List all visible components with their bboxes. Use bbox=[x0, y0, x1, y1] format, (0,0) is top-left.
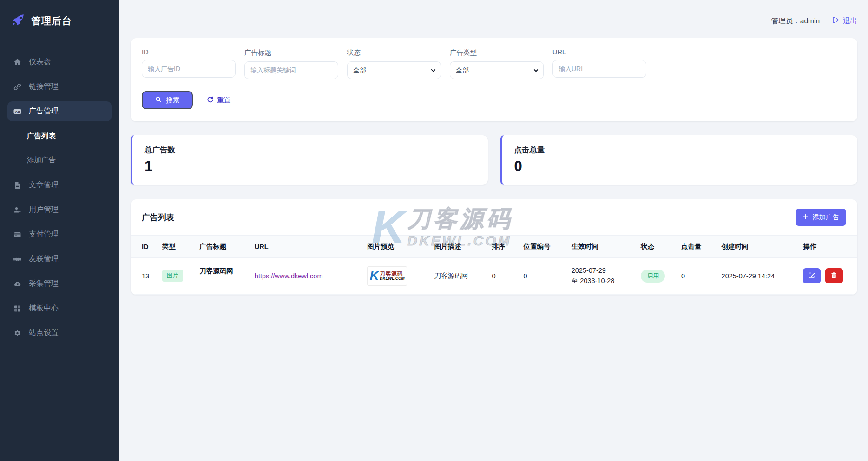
col-header: ID bbox=[131, 236, 157, 258]
filter-actions: 搜索 重置 bbox=[142, 91, 846, 109]
row-actions bbox=[803, 268, 852, 283]
ad-table: ID 类型 广告标题 URL 图片预览 图片描述 排序 位置编号 生效时间 状态… bbox=[131, 235, 857, 295]
template-grid-icon bbox=[13, 304, 22, 312]
filter-field-title: 广告标题 bbox=[244, 48, 338, 79]
sidebar-item-links[interactable]: 链接管理 bbox=[7, 77, 112, 97]
col-header: 创建时间 bbox=[716, 236, 797, 258]
cell-ad-title-sub: ... bbox=[199, 278, 243, 285]
sidebar-menu: 仪表盘 链接管理 Ad 广告管理 广告列表 添加广告 文章管理 bbox=[0, 52, 119, 343]
table-header-row: ID 类型 广告标题 URL 图片预览 图片描述 排序 位置编号 生效时间 状态… bbox=[131, 236, 857, 258]
handshake-icon bbox=[13, 255, 22, 263]
sidebar-item-users[interactable]: 用户管理 bbox=[7, 200, 112, 220]
sidebar-item-settings[interactable]: 站点设置 bbox=[7, 323, 112, 343]
sidebar-item-ads[interactable]: Ad 广告管理 bbox=[7, 101, 112, 121]
col-header: 状态 bbox=[635, 236, 676, 258]
search-icon bbox=[155, 96, 162, 104]
stat-title: 点击总量 bbox=[514, 145, 846, 155]
col-header: URL bbox=[249, 236, 362, 258]
cell-clicks: 0 bbox=[676, 258, 716, 295]
sidebar-item-label: 文章管理 bbox=[29, 180, 59, 190]
gear-icon bbox=[13, 329, 22, 337]
home-icon bbox=[13, 58, 22, 66]
sidebar-item-templates[interactable]: 模板中心 bbox=[7, 298, 112, 318]
status-badge: 启用 bbox=[641, 270, 665, 283]
filter-field-type: 广告类型 全部 bbox=[450, 48, 544, 79]
reset-label: 重置 bbox=[217, 96, 230, 105]
type-label: 广告类型 bbox=[450, 48, 544, 57]
type-badge: 图片 bbox=[162, 270, 183, 282]
sidebar-item-friend-links[interactable]: 友联管理 bbox=[7, 249, 112, 269]
sidebar-item-label: 支付管理 bbox=[29, 230, 59, 239]
url-input[interactable] bbox=[552, 60, 646, 78]
sidebar-subitem-add-ad[interactable]: 添加广告 bbox=[7, 151, 112, 169]
table-row: 13 图片 刀客源码网 ... https://www.dkewl.com K … bbox=[131, 258, 857, 295]
sidebar-subitem-label: 广告列表 bbox=[27, 132, 56, 140]
stats-row: 总广告数 1 点击总量 0 bbox=[131, 135, 857, 185]
logout-label: 退出 bbox=[843, 16, 857, 26]
sidebar-subitem-ad-list[interactable]: 广告列表 bbox=[7, 128, 112, 145]
link-icon bbox=[13, 83, 22, 91]
add-ad-button[interactable]: 添加广告 bbox=[796, 209, 846, 226]
cloud-download-icon bbox=[13, 280, 22, 288]
cell-id: 13 bbox=[131, 258, 157, 295]
reset-button[interactable]: 重置 bbox=[207, 96, 230, 105]
ad-preview-image[interactable]: K 刀客源码 DKEWL.COM bbox=[367, 266, 407, 286]
stat-title: 总广告数 bbox=[145, 145, 476, 155]
delete-button[interactable] bbox=[825, 268, 843, 283]
sidebar-item-label: 仪表盘 bbox=[29, 57, 51, 67]
stat-value: 0 bbox=[514, 159, 846, 173]
reset-icon bbox=[207, 96, 214, 105]
logout-button[interactable]: 退出 bbox=[832, 16, 857, 26]
table-title: 广告列表 bbox=[142, 212, 174, 223]
sidebar-item-label: 友联管理 bbox=[29, 254, 59, 264]
edit-button[interactable] bbox=[803, 268, 821, 283]
app-logo: 管理后台 bbox=[0, 0, 119, 34]
type-select[interactable]: 全部 bbox=[450, 61, 544, 79]
main-content: 管理员：admin 退出 ID 广告标题 状态 全部 bbox=[119, 0, 868, 461]
title-input[interactable] bbox=[244, 61, 338, 79]
status-label: 状态 bbox=[347, 48, 441, 57]
payment-icon bbox=[13, 230, 22, 238]
effective-to: 至 2033-10-28 bbox=[572, 276, 630, 286]
col-header: 生效时间 bbox=[566, 236, 636, 258]
sidebar-item-label: 链接管理 bbox=[29, 82, 59, 92]
table-header-bar: 广告列表 添加广告 bbox=[131, 199, 857, 235]
users-icon bbox=[13, 206, 22, 214]
col-header: 点击量 bbox=[676, 236, 716, 258]
col-header: 广告标题 bbox=[194, 236, 249, 258]
cell-sort: 0 bbox=[486, 258, 518, 295]
search-button[interactable]: 搜索 bbox=[142, 91, 193, 109]
col-header: 类型 bbox=[157, 236, 194, 258]
cell-ad-title: 刀客源码网 bbox=[199, 267, 243, 276]
ad-list-card: 广告列表 添加广告 ID 类型 广告标题 URL 图片预览 bbox=[131, 199, 857, 295]
id-label: ID bbox=[142, 48, 236, 56]
id-input[interactable] bbox=[142, 60, 236, 78]
sidebar-item-collection[interactable]: 采集管理 bbox=[7, 274, 112, 294]
plus-icon bbox=[802, 214, 809, 221]
sidebar-item-dashboard[interactable]: 仪表盘 bbox=[7, 52, 112, 72]
effective-from: 2025-07-29 bbox=[572, 266, 630, 276]
col-header: 操作 bbox=[797, 236, 857, 258]
sidebar-item-label: 用户管理 bbox=[29, 205, 59, 215]
sidebar-item-articles[interactable]: 文章管理 bbox=[7, 175, 112, 195]
col-header: 位置编号 bbox=[518, 236, 566, 258]
stat-card-total-ads: 总广告数 1 bbox=[131, 135, 488, 185]
sidebar-subitem-label: 添加广告 bbox=[27, 156, 56, 164]
url-label: URL bbox=[552, 48, 646, 56]
sidebar-item-label: 模板中心 bbox=[29, 303, 59, 313]
trash-icon bbox=[830, 272, 837, 280]
stat-value: 1 bbox=[145, 159, 476, 173]
sidebar-item-payment[interactable]: 支付管理 bbox=[7, 224, 112, 244]
logout-icon bbox=[832, 16, 840, 26]
sidebar-item-label: 采集管理 bbox=[29, 279, 59, 289]
col-header: 图片描述 bbox=[429, 236, 487, 258]
edit-icon bbox=[808, 271, 815, 280]
filter-field-id: ID bbox=[142, 48, 236, 79]
status-select[interactable]: 全部 bbox=[347, 61, 441, 79]
cell-created: 2025-07-29 14:24 bbox=[716, 258, 797, 295]
ad-url-link[interactable]: https://www.dkewl.com bbox=[255, 272, 323, 280]
sidebar-item-label: 广告管理 bbox=[29, 106, 59, 116]
article-icon bbox=[13, 181, 22, 189]
sidebar-item-label: 站点设置 bbox=[29, 328, 59, 338]
sidebar: 管理后台 仪表盘 链接管理 Ad 广告管理 广告列表 添加广告 bbox=[0, 0, 119, 461]
